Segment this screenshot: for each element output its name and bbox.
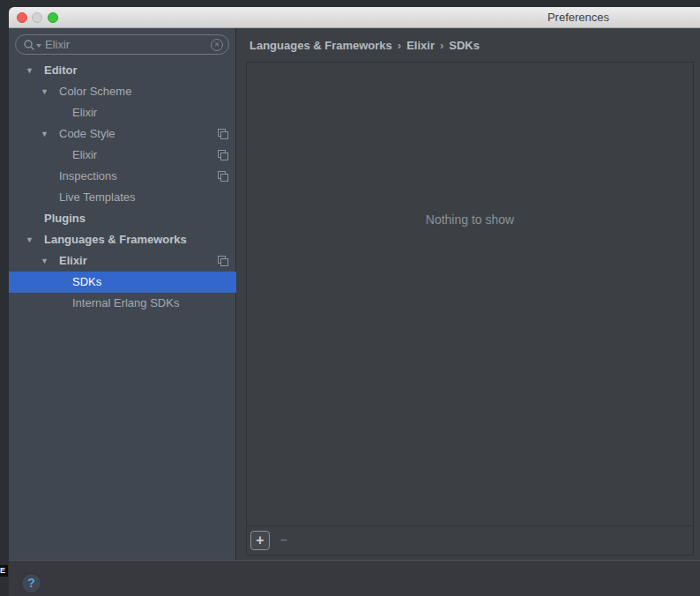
sidebar-item-label: Code Style [59,123,115,145]
breadcrumb-item[interactable]: Elixir [406,39,435,52]
sdk-toolbar: + – [247,525,693,555]
sidebar-item-elixir[interactable]: Elixir [9,102,236,123]
sidebar: ✕ ▼Editor▼Color SchemeElixir▼Code StyleE… [9,28,236,560]
settings-tree: ▼Editor▼Color SchemeElixir▼Code StyleEli… [9,60,236,314]
zoom-button[interactable] [48,12,58,23]
sidebar-item-elixir[interactable]: ▼Elixir [9,250,236,272]
breadcrumb-item[interactable]: Languages & Frameworks [249,39,392,52]
breadcrumb-item[interactable]: SDKs [449,39,480,52]
sidebar-item-languages-frameworks[interactable]: ▼Languages & Frameworks [9,229,236,250]
sidebar-item-label: Internal Erlang SDKs [72,293,179,314]
sidebar-item-internal-erlang-sdks[interactable]: Internal Erlang SDKs [9,293,236,314]
chevron-down-icon[interactable]: ▼ [41,250,48,272]
copy-icon [218,171,228,182]
search-icon [23,39,35,51]
sidebar-item-label: Live Templates [59,187,135,208]
titlebar: Preferences [9,7,700,28]
close-button[interactable] [17,12,27,23]
sidebar-item-label: Plugins [44,208,86,229]
sidebar-item-label: Elixir [59,250,87,272]
copy-icon [218,150,228,160]
chevron-down-icon[interactable]: ▼ [26,229,34,250]
sidebar-item-code-style[interactable]: ▼Code Style [9,123,236,145]
chevron-down-icon[interactable]: ▼ [41,81,48,102]
sidebar-item-label: Color Scheme [59,81,131,102]
sdk-list-panel: Nothing to show + – [246,62,694,555]
sidebar-item-label: Editor [44,60,78,81]
copy-icon [218,129,228,139]
breadcrumb-separator: › [435,39,449,52]
chevron-down-icon[interactable]: ▼ [26,60,34,81]
search-field[interactable]: ✕ [15,34,229,55]
copy-icon [218,256,228,266]
breadcrumb-separator: › [392,39,406,52]
breadcrumb: Languages & Frameworks›Elixir›SDKs [249,37,480,55]
content-area: Languages & Frameworks›Elixir›SDKs Nothi… [236,28,700,560]
sidebar-item-color-scheme[interactable]: ▼Color Scheme [9,81,236,102]
minimize-button[interactable] [32,12,42,23]
sidebar-item-label: Elixir [72,102,97,123]
sidebar-item-live-templates[interactable]: Live Templates [9,187,236,208]
empty-state-text: Nothing to show [247,212,693,227]
sidebar-item-label: Elixir [72,145,97,166]
window-title: Preferences [499,7,658,28]
remove-sdk-button[interactable]: – [277,531,291,550]
add-sdk-button[interactable]: + [250,531,270,550]
search-input[interactable] [45,36,204,53]
sidebar-item-elixir[interactable]: Elixir [9,145,236,166]
search-options-chevron-icon[interactable] [36,44,41,48]
clear-search-icon[interactable]: ✕ [211,39,223,51]
sidebar-item-inspections[interactable]: Inspections [9,166,236,187]
sidebar-item-editor[interactable]: ▼Editor [9,60,236,81]
sidebar-item-label: Inspections [59,166,117,187]
chevron-down-icon[interactable]: ▼ [41,123,48,145]
help-button[interactable]: ? [21,573,41,593]
sidebar-item-plugins[interactable]: Plugins [9,208,236,229]
sidebar-item-label: Languages & Frameworks [44,229,187,250]
sidebar-item-label: SDKs [72,272,101,293]
sidebar-item-sdks[interactable]: SDKs [9,272,236,293]
edge-artifact: E [0,565,8,577]
dialog-footer: ? [9,560,700,596]
